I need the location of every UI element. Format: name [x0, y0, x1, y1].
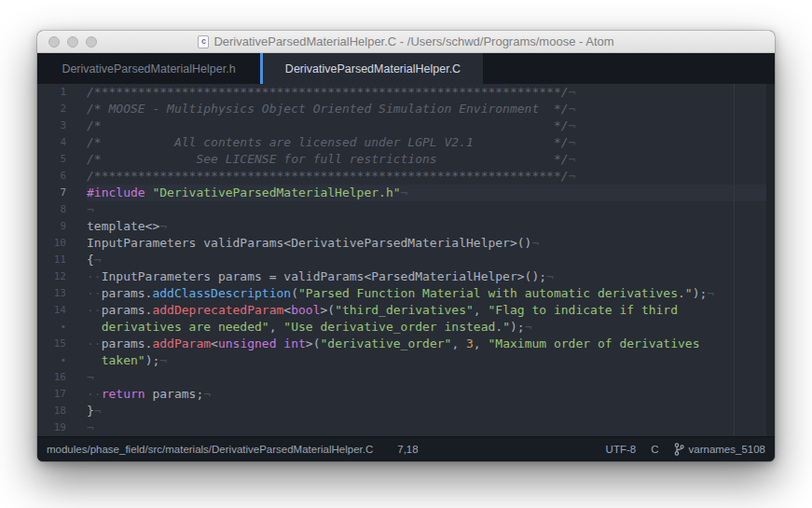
- title-bar[interactable]: c DerivativeParsedMaterialHelper.C - /Us…: [37, 31, 775, 53]
- eol-invisible: ¬: [87, 370, 94, 384]
- eol-invisible: ¬: [569, 169, 576, 183]
- eol-invisible: ¬: [569, 102, 576, 116]
- tab-header-file[interactable]: DerivativeParsedMaterialHelper.h: [37, 53, 260, 84]
- code-text[interactable]: ··params.addParam<unsigned int>("derivat…: [87, 336, 775, 352]
- code-line: 6/**************************************…: [37, 168, 775, 185]
- code-line: 15··params.addParam<unsigned int>("deriv…: [37, 336, 775, 352]
- line-number: 15: [37, 336, 87, 352]
- line-number: 19: [37, 419, 87, 436]
- code-line: 3/* */¬: [37, 117, 775, 134]
- eol-invisible: ¬: [159, 353, 167, 367]
- code-text[interactable]: ··params.addDeprecatedParam<bool>("third…: [87, 302, 775, 319]
- line-number: 12: [37, 268, 87, 285]
- code-line: 13··params.addClassDescription("Parsed F…: [37, 285, 775, 302]
- code-text[interactable]: /* MOOSE - Multiphysics Object Oriented …: [87, 101, 775, 117]
- line-number: 17: [37, 386, 87, 403]
- code-text[interactable]: ¬: [87, 419, 775, 436]
- eol-invisible: ¬: [159, 219, 167, 233]
- line-number: 1: [37, 84, 87, 101]
- vertical-scrollbar[interactable]: [766, 84, 775, 436]
- code-line: 7#include "DerivativeParsedMaterialHelpe…: [37, 185, 775, 201]
- code-text[interactable]: template<>¬: [87, 218, 775, 235]
- status-bar: modules/phase_field/src/materials/Deriva…: [37, 436, 775, 461]
- code-text[interactable]: /* All contents are licensed under LGPL …: [87, 134, 775, 151]
- line-number: 2: [37, 101, 87, 117]
- git-branch-icon: [674, 443, 684, 456]
- wrap-indicator: •: [37, 352, 87, 369]
- line-number: 9: [37, 218, 87, 235]
- line-number: 4: [37, 134, 87, 151]
- code-text[interactable]: ¬: [87, 369, 775, 386]
- line-number: 3: [37, 117, 87, 134]
- code-line: 17··return params;¬: [37, 386, 775, 403]
- eol-invisible: ¬: [94, 253, 102, 267]
- eol-invisible: ¬: [707, 286, 714, 300]
- code-text[interactable]: ··return params;¬: [87, 386, 775, 403]
- code-line: 1/**************************************…: [37, 84, 775, 101]
- line-number: 8: [37, 201, 87, 218]
- cursor-position[interactable]: 7,18: [397, 444, 418, 455]
- eol-invisible: ¬: [569, 152, 576, 166]
- line-number: 18: [37, 403, 87, 419]
- code-text[interactable]: /***************************************…: [87, 84, 775, 101]
- code-line: 9template<>¬: [37, 218, 775, 235]
- close-button[interactable]: [48, 36, 60, 48]
- code-text[interactable]: /***************************************…: [87, 168, 775, 185]
- status-left: modules/phase_field/src/materials/Deriva…: [47, 444, 419, 455]
- code-text[interactable]: InputParameters validParams<DerivativePa…: [87, 235, 775, 252]
- code-text[interactable]: {¬: [87, 252, 775, 268]
- wrap-guide: [734, 84, 735, 436]
- eol-invisible: ¬: [525, 320, 532, 334]
- code-text[interactable]: ··params.addClassDescription("Parsed Fun…: [87, 285, 775, 302]
- line-number: 5: [37, 151, 87, 168]
- eol-invisible: ¬: [401, 185, 408, 199]
- code-text[interactable]: derivatives are needed", "Use derivative…: [87, 319, 775, 336]
- minimize-button[interactable]: [67, 36, 78, 48]
- tab-source-file[interactable]: DerivativeParsedMaterialHelper.C: [260, 53, 483, 84]
- code-line: 8¬: [37, 201, 775, 218]
- traffic-lights: [48, 31, 97, 52]
- eol-invisible: ¬: [531, 236, 539, 250]
- eol-invisible: ¬: [546, 269, 554, 283]
- code-text[interactable]: #include "DerivativeParsedMaterialHelper…: [87, 185, 775, 201]
- git-branch-name: varnames_5108: [689, 444, 765, 455]
- code-rows: 1/**************************************…: [37, 84, 775, 436]
- atom-window: c DerivativeParsedMaterialHelper.C - /Us…: [37, 31, 775, 461]
- editor-pane[interactable]: 1/**************************************…: [37, 84, 775, 436]
- code-line: 12··InputParameters params = validParams…: [37, 268, 775, 285]
- code-line: • derivatives are needed", "Use derivati…: [37, 319, 775, 336]
- code-line: 2/* MOOSE - Multiphysics Object Oriented…: [37, 101, 775, 117]
- tab-bar: DerivativeParsedMaterialHelper.h Derivat…: [37, 53, 775, 84]
- code-line: 10InputParameters validParams<Derivative…: [37, 235, 775, 252]
- status-right: UTF-8 C varnames_5108: [606, 443, 765, 456]
- code-text[interactable]: taken");¬: [87, 352, 775, 369]
- encoding-indicator[interactable]: UTF-8: [606, 444, 637, 455]
- eol-invisible: ¬: [94, 404, 102, 418]
- line-number: 16: [37, 369, 87, 386]
- eol-invisible: ¬: [203, 387, 211, 401]
- file-icon: c: [198, 35, 209, 48]
- zoom-button[interactable]: [86, 36, 97, 48]
- code-line: 19¬: [37, 419, 775, 436]
- eol-invisible: ¬: [87, 202, 94, 216]
- code-text[interactable]: }¬: [87, 403, 775, 419]
- code-text[interactable]: ··InputParameters params = validParams<P…: [87, 268, 775, 285]
- file-path[interactable]: modules/phase_field/src/materials/Deriva…: [47, 444, 373, 455]
- line-number: 10: [37, 235, 87, 252]
- line-number: 14: [37, 302, 87, 319]
- desktop: c DerivativeParsedMaterialHelper.C - /Us…: [0, 0, 812, 508]
- git-branch-indicator[interactable]: varnames_5108: [674, 443, 765, 456]
- code-line: 4/* All contents are licensed under LGPL…: [37, 134, 775, 151]
- code-text[interactable]: /* See LICENSE for full restrictions */¬: [87, 151, 775, 168]
- eol-invisible: ¬: [569, 135, 576, 149]
- code-line: • taken");¬: [37, 352, 775, 369]
- eol-invisible: ¬: [569, 118, 576, 132]
- code-line: 11{¬: [37, 252, 775, 268]
- code-text[interactable]: /* */¬: [87, 117, 775, 134]
- line-number: 7: [37, 185, 87, 201]
- line-number: 6: [37, 168, 87, 185]
- line-number: 11: [37, 252, 87, 268]
- title-group: c DerivativeParsedMaterialHelper.C - /Us…: [198, 34, 613, 48]
- grammar-indicator[interactable]: C: [651, 444, 658, 455]
- code-text[interactable]: ¬: [87, 201, 775, 218]
